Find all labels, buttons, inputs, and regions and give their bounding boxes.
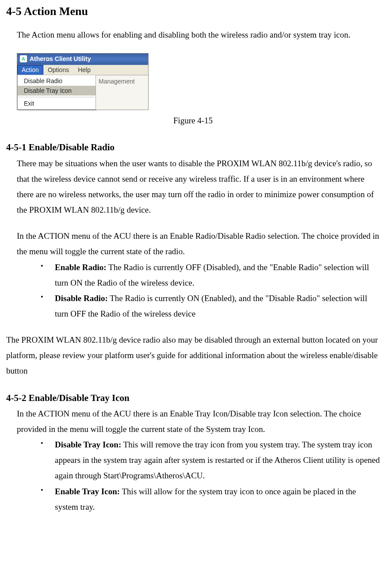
- list-item: Enable Radio: The Radio is currently OFF…: [41, 260, 380, 290]
- dropdown-exit[interactable]: Exit: [18, 99, 96, 108]
- dropdown-disable-radio[interactable]: Disable Radio: [18, 76, 96, 86]
- action-dropdown: Disable Radio Disable Tray Icon Exit: [17, 75, 96, 110]
- list-item: Disable Tray Icon: This will remove the …: [41, 437, 380, 483]
- bullet-label: Enable Tray Icon:: [55, 487, 120, 496]
- bullet-label: Disable Radio:: [55, 294, 108, 303]
- window-body: Disable Radio Disable Tray Icon Exit Man…: [17, 75, 148, 110]
- list-item: Disable Radio: The Radio is currently ON…: [41, 290, 380, 321]
- list-item: Enable Tray Icon: This will allow for th…: [41, 484, 380, 515]
- menu-action[interactable]: Action: [17, 65, 43, 75]
- bullet-label: Disable Tray Icon:: [55, 440, 121, 449]
- menu-options[interactable]: Options: [43, 65, 73, 75]
- section1-para2: In the ACTION menu of the ACU there is a…: [17, 228, 380, 259]
- tab-management[interactable]: Management: [96, 75, 148, 110]
- section2-para1: In the ACTION menu of the ACU there is a…: [17, 406, 380, 437]
- app-logo-icon: A: [20, 55, 27, 62]
- screenshot-container: A Atheros Client Utility Action Options …: [17, 53, 149, 110]
- section1-para3: The PROXIM WLAN 802.11b/g device radio a…: [6, 332, 380, 378]
- intro-paragraph: The Action menu allows for enabling and …: [17, 27, 380, 42]
- bullet-list-radio: Enable Radio: The Radio is currently OFF…: [6, 260, 380, 322]
- bullet-list-tray: Disable Tray Icon: This will remove the …: [6, 437, 380, 515]
- dropdown-separator: [19, 97, 95, 97]
- section-title: 4-5 Action Menu: [6, 4, 380, 18]
- menubar: Action Options Help: [17, 65, 148, 75]
- subsection-heading-tray: 4-5-2 Enable/Disable Tray Icon: [6, 392, 380, 404]
- figure-caption: Figure 4-15: [6, 113, 380, 128]
- subsection-heading-radio: 4-5-1 Enable/Disable Radio: [6, 141, 380, 153]
- menu-help[interactable]: Help: [73, 65, 95, 75]
- window-titlebar: A Atheros Client Utility: [17, 53, 148, 65]
- dropdown-disable-tray-icon[interactable]: Disable Tray Icon: [18, 86, 96, 95]
- window-title: Atheros Client Utility: [30, 55, 91, 63]
- section1-para1: There may be situations when the user wa…: [17, 156, 380, 218]
- bullet-label: Enable Radio:: [55, 263, 107, 272]
